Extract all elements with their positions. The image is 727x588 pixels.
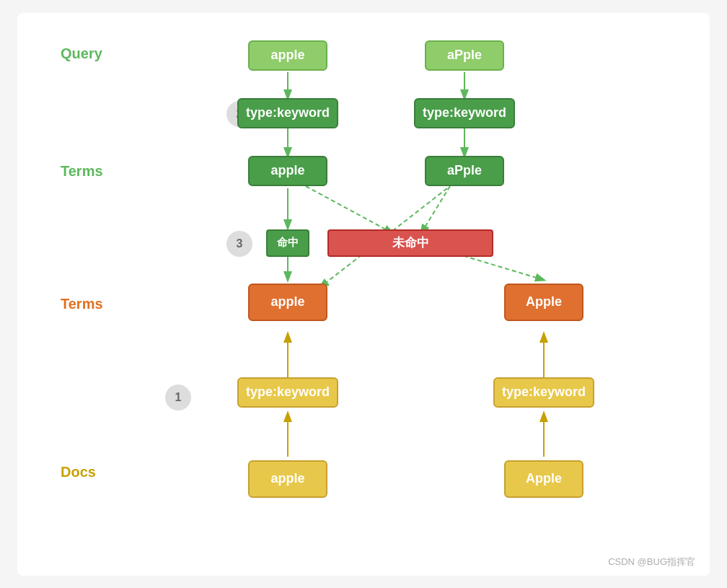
svg-line-5 [306,186,392,233]
label-query: Query [61,45,102,62]
node-hit-label: 命中 [266,229,309,257]
label-terms-top: Terms [61,163,103,180]
node-keyword-bottom-left: type:keyword [237,377,338,408]
node-miss-label: 未命中 [327,229,493,257]
node-keyword-top-right: type:keyword [414,98,515,128]
label-terms-bottom: Terms [61,296,103,312]
node-doc-Apple: Apple [504,460,583,498]
watermark: CSDN @BUG指挥官 [608,556,695,569]
arrows-svg [17,13,710,576]
node-query-apple2: aPple [425,40,504,71]
diagram: Query Terms Terms Docs 2 3 1 apple aPple… [17,13,710,576]
node-term-apple-bottom: apple [248,284,327,321]
node-keyword-top-left: type:keyword [237,98,338,128]
label-docs: Docs [61,464,96,481]
node-term-Apple-bottom: Apple [504,284,583,321]
node-term-apple-top: apple [248,156,327,186]
svg-line-6 [421,186,450,233]
node-term-apple2-top: aPple [425,156,504,186]
badge-3: 3 [226,231,252,257]
node-doc-apple: apple [248,460,327,498]
node-query-apple: apple [248,40,327,71]
badge-1: 1 [165,385,191,411]
node-keyword-bottom-right: type:keyword [493,377,594,408]
